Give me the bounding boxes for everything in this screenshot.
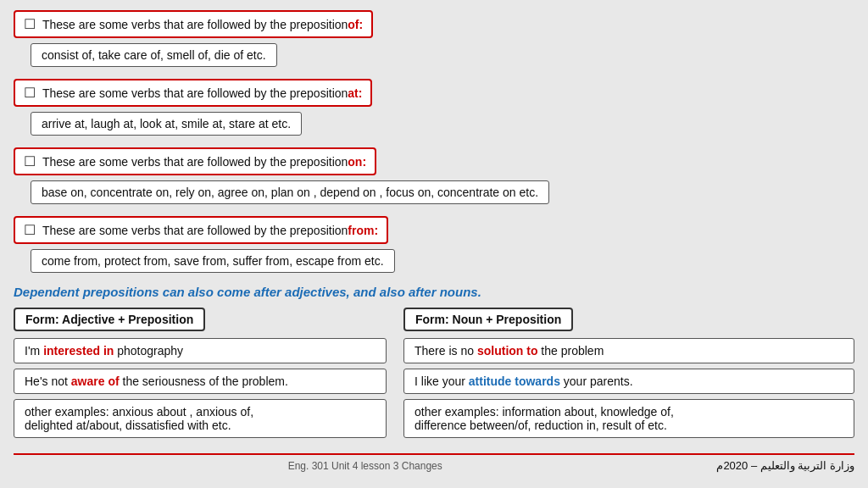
right-other-examples: other examples: information about, knowl… — [403, 399, 854, 438]
section-on-examples: base on, concentrate on, rely on, agree … — [31, 180, 549, 204]
right-s2-after: your parents. — [560, 374, 633, 388]
left-other-examples: other examples: anxious about , anxious … — [14, 399, 387, 438]
checkbox-icon-on: ☐ — [24, 153, 36, 169]
section-of-preposition: of: — [348, 18, 363, 31]
section-on-header: ☐ These are some verbs that are followed… — [14, 147, 376, 175]
right-sentence-1: There is no solution to the problem — [403, 338, 854, 363]
section-at: ☐ These are some verbs that are followed… — [14, 79, 854, 139]
section-from-preposition: from: — [348, 224, 378, 237]
section-on-preposition: on: — [348, 155, 366, 169]
left-sentence-1: I'm interested in photography — [14, 338, 387, 363]
right-form-label: Form: Noun + Preposition — [403, 308, 573, 331]
section-at-preposition: at: — [348, 86, 362, 100]
checkbox-icon-at: ☐ — [24, 85, 36, 101]
section-of: ☐ These are some verbs that are followed… — [14, 10, 854, 70]
footer-right: وزارة التربية والتعليم – 2020م — [716, 459, 854, 472]
right-s1-highlight: solution to — [477, 344, 538, 358]
section-of-text: These are some verbs that are followed b… — [42, 18, 348, 31]
right-s2-highlight: attitude towards — [469, 374, 560, 388]
right-sentence-2: I like your attitude towards your parent… — [403, 369, 854, 394]
section-from: ☐ These are some verbs that are followed… — [14, 216, 854, 276]
section-on-text: These are some verbs that are followed b… — [42, 155, 348, 169]
left-form-label: Form: Adjective + Preposition — [14, 308, 205, 331]
right-s2-before: I like your — [415, 374, 469, 388]
section-from-examples: come from, protect from, save from, suff… — [31, 249, 395, 273]
section-at-text: These are some verbs that are followed b… — [42, 86, 348, 100]
preposition-sections: ☐ These are some verbs that are followed… — [14, 10, 854, 276]
left-s2-after: the seriousness of the problem. — [120, 374, 288, 388]
left-s1-before: I'm — [25, 344, 43, 358]
section-from-text: These are some verbs that are followed b… — [42, 224, 348, 237]
left-column: Form: Adjective + Preposition I'm intere… — [14, 308, 387, 443]
footer-center: Eng. 301 Unit 4 lesson 3 Changes — [288, 460, 442, 472]
right-column: Form: Noun + Preposition There is no sol… — [403, 308, 854, 443]
checkbox-icon-of: ☐ — [24, 16, 36, 32]
left-s1-after: photography — [114, 344, 183, 358]
right-s1-before: There is no — [415, 344, 477, 358]
section-at-header: ☐ These are some verbs that are followed… — [14, 79, 372, 107]
right-other-examples-text: other examples: information about, knowl… — [415, 405, 674, 432]
section-of-header: ☐ These are some verbs that are followed… — [14, 10, 373, 38]
left-other-examples-text: other examples: anxious about , anxious … — [25, 405, 253, 432]
left-s1-highlight: interested in — [43, 344, 114, 358]
left-sentence-2: He's not aware of the seriousness of the… — [14, 369, 387, 394]
blue-heading: Dependent prepositions can also come aft… — [14, 285, 854, 299]
two-col-section: Form: Adjective + Preposition I'm intere… — [14, 308, 854, 443]
right-s1-after: the problem — [537, 344, 604, 358]
section-from-header: ☐ These are some verbs that are followed… — [14, 216, 388, 244]
section-of-examples: consist of, take care of, smell of, die … — [31, 43, 277, 67]
checkbox-icon-from: ☐ — [24, 222, 36, 238]
left-s2-before: He's not — [25, 374, 71, 388]
left-s2-highlight: aware of — [71, 374, 120, 388]
section-at-examples: arrive at, laugh at, look at, smile at, … — [31, 112, 302, 136]
section-on: ☐ These are some verbs that are followed… — [14, 147, 854, 208]
footer: Eng. 301 Unit 4 lesson 3 Changes وزارة ا… — [14, 453, 854, 472]
